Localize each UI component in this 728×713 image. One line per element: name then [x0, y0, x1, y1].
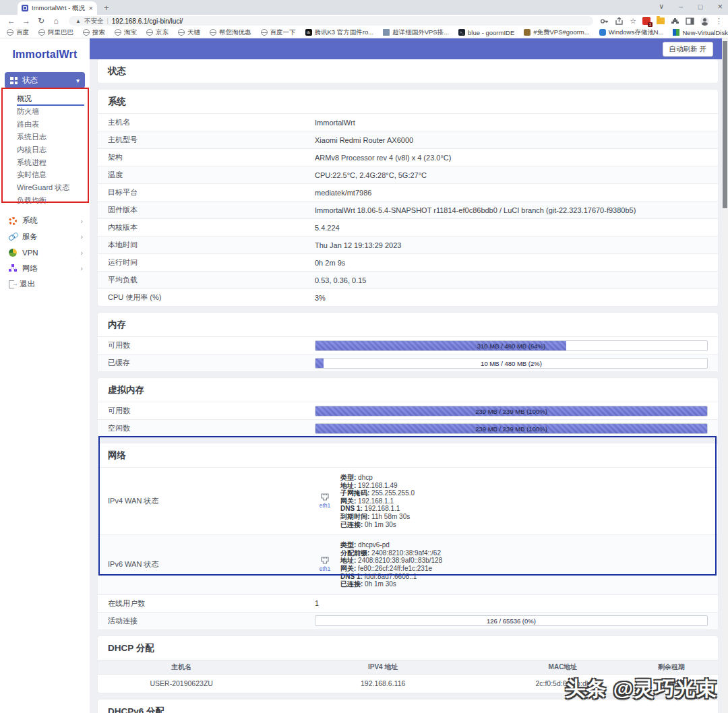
sidebar-menu-label: 服务 [22, 232, 38, 242]
bookmark-item[interactable]: blue - goormIDE [458, 29, 514, 36]
bookmark-favicon-icon [524, 29, 530, 36]
main-content: 自动刷新 开 状态 系统 主机名 ImmortalWrt 主机型号 Xiaomi… [90, 38, 723, 713]
browser-tab[interactable]: ImmortalWrt - 概况 - LuCI × [18, 1, 97, 15]
dhcpv6-section-title: DHCPv6 分配 [98, 700, 718, 713]
memory-cached-progressbar: 10 MB / 480 MB (2%) [315, 358, 708, 369]
chevron-right-icon: › [80, 249, 83, 257]
interface-name: eth1 [315, 565, 335, 572]
status-submenu-item[interactable]: 内核日志 [17, 144, 84, 156]
system-row-label: 主机名 [98, 115, 315, 130]
address-bar[interactable]: ▲ 不安全 | 192.168.6.1/cgi-bin/luci/ [69, 16, 593, 26]
status-submenu-item[interactable]: WireGuard 状态 [17, 181, 84, 194]
memory-cached-row: 已缓存 10 MB / 480 MB (2%) [98, 354, 718, 371]
bookmark-favicon-icon [673, 29, 679, 36]
sidebar-menu-label: VPN [22, 249, 38, 257]
active-connections-progressbar: 126 / 65536 (0%) [315, 615, 708, 626]
tab-search-chevron-icon[interactable]: ∨ [659, 2, 664, 11]
dhcp-hostname: USER-20190623ZU [98, 679, 265, 687]
memory-available-label: 可用数 [98, 338, 315, 353]
sidebar-menu-status[interactable]: 状态 ▾ [5, 72, 85, 88]
bookmark-item[interactable]: 天猫 [178, 28, 200, 37]
window-close-button[interactable]: × [717, 1, 723, 11]
system-section-title: 系统 [98, 90, 718, 113]
bookmark-item[interactable]: 京东 [146, 28, 169, 37]
status-submenu-item[interactable]: 防火墙 [17, 105, 84, 118]
bookmark-star-icon[interactable]: ☆ [630, 17, 636, 26]
bookmark-label: Windows存储池N... [609, 28, 664, 37]
bookmark-item[interactable]: 百度 [7, 28, 29, 37]
bookmark-label: 百度 [16, 28, 29, 37]
chevron-right-icon: › [80, 264, 83, 272]
interface-box: eth1 [315, 493, 335, 509]
status-submenu: 概况 防火墙 路由表 系统日志 内核日志 系统进程 实时信息 WireGuard… [0, 92, 90, 207]
home-button[interactable]: ⌂ [50, 16, 62, 26]
status-submenu-item[interactable]: 路由表 [17, 118, 84, 131]
chevron-right-icon: › [80, 232, 83, 241]
browser-menu-icon[interactable]: ⋮ [715, 17, 723, 26]
status-submenu-item[interactable]: 实时信息 [17, 168, 84, 181]
sidebar-menu-item[interactable]: 系统 › [0, 213, 90, 229]
sidebar-menu-item[interactable]: 服务 › [0, 229, 90, 245]
profile-avatar[interactable] [700, 17, 709, 26]
bookmark-label: 百度一下 [270, 28, 296, 37]
bookmark-favicon-icon [305, 29, 312, 36]
extension-red-icon[interactable]: 1 [642, 17, 650, 25]
bookmark-item[interactable]: 淘宝 [115, 28, 137, 37]
bookmark-item[interactable]: New-VirtualDisk [673, 29, 727, 36]
bookmark-favicon-icon [383, 29, 390, 36]
chevron-down-icon: ▾ [76, 77, 80, 84]
sidebar-menu-item[interactable]: 退出 [0, 276, 90, 292]
browser-tab-bar: ImmortalWrt - 概况 - LuCI × + ∨ − □ × [0, 0, 728, 15]
side-panel-icon[interactable] [686, 17, 694, 26]
bookmark-item[interactable]: 帮您淘优惠 [210, 28, 251, 37]
bookmark-label: 阿里巴巴 [48, 28, 73, 37]
page-scrollbar[interactable] [722, 38, 728, 713]
system-row-label: 架构 [98, 150, 315, 165]
back-button[interactable]: ← [5, 16, 18, 26]
bookmark-item[interactable]: 搜索 [83, 28, 105, 37]
vmem-section-title: 虚拟内存 [98, 378, 718, 402]
status-submenu-item[interactable]: 负载均衡 [17, 194, 84, 207]
window-minimize-button[interactable]: − [679, 3, 683, 11]
scrollbar-thumb[interactable] [723, 41, 727, 208]
sidebar-menu-item[interactable]: 网络 › [0, 261, 90, 277]
bookmark-item[interactable]: 阿里巴巴 [38, 28, 73, 37]
bookmark-item[interactable]: 超详细国外VPS搭... [383, 28, 449, 37]
status-submenu-item[interactable]: 系统进程 [17, 156, 84, 169]
window-maximize-button[interactable]: □ [698, 3, 703, 11]
wan-detail-line: 地址: 2408:8210:38:9af0::83b/128 [340, 557, 442, 565]
forward-button[interactable]: → [20, 16, 32, 26]
bookmark-item[interactable]: 百度一下 [261, 28, 296, 37]
extensions-puzzle-icon[interactable] [671, 17, 679, 26]
share-icon[interactable] [615, 17, 624, 26]
system-row-value: Thu Jan 12 19:13:29 2023 [315, 239, 718, 252]
sidebar-menu-icon [9, 249, 17, 257]
password-key-icon[interactable] [600, 17, 609, 26]
sidebar-menu-icon [9, 280, 14, 288]
dhcp-col-lease: 剩余租期 [625, 662, 718, 672]
bookmark-item[interactable]: #免费VPS#goorm... [524, 28, 589, 37]
bookmark-label: 超详细国外VPS搭... [392, 28, 449, 37]
reload-button[interactable]: ↻ [35, 16, 47, 26]
system-row-value: 3% [315, 291, 718, 305]
status-submenu-item[interactable]: 概况 [17, 92, 84, 106]
vmem-free-label: 空闲数 [98, 421, 315, 436]
sidebar-main-menu: 系统 › 服务 › VPN › 网络 › [0, 213, 90, 292]
bookmarks-bar: 百度 阿里巴巴 搜索 淘宝 京东 天猫 帮您淘优惠 [0, 27, 728, 38]
page-header: 自动刷新 开 [90, 38, 723, 59]
auto-refresh-toggle[interactable]: 自动刷新 开 [663, 42, 713, 57]
wan-detail-line: DNS 1: fddf:8ad7:6608::1 [340, 573, 442, 581]
sidebar-menu-item[interactable]: VPN › [0, 245, 90, 261]
wan-detail-line: 网关: 192.168.1.1 [340, 497, 415, 505]
bookmark-item[interactable]: 腾讯K3 官方固件ro... [305, 28, 374, 37]
extension-folder-icon[interactable] [657, 18, 665, 24]
page-title: 状态 [98, 59, 718, 83]
security-label: 不安全 [84, 17, 104, 26]
bookmark-item[interactable]: Windows存储池N... [599, 28, 664, 37]
tab-close-icon[interactable]: × [89, 4, 93, 12]
vmem-free-row: 空闲数 239 MB / 239 MB (100%) [98, 419, 718, 437]
memory-available-row: 可用数 310 MB / 480 MB (64%) [98, 336, 718, 354]
dhcp-table-header: 主机名 IPV4 地址 MAC地址 剩余租期 [98, 660, 718, 675]
new-tab-button[interactable]: + [104, 3, 109, 15]
status-submenu-item[interactable]: 系统日志 [17, 131, 84, 144]
